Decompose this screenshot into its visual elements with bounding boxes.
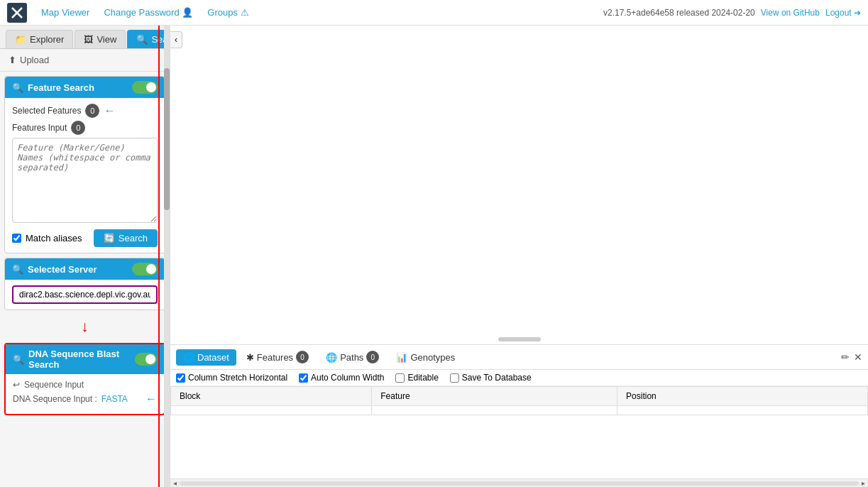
column-stretch-checkbox[interactable]: [176, 373, 185, 383]
features-icon: ✱: [246, 352, 254, 363]
logout-link[interactable]: Logout ➔: [825, 8, 861, 18]
col-position-filter[interactable]: [617, 406, 868, 415]
dna-blast-panel: 🔍 DNA Sequence Blast Search ↩ Sequence I…: [4, 343, 165, 415]
auto-column-checkbox[interactable]: [299, 373, 308, 383]
match-aliases-checkbox[interactable]: [12, 234, 21, 243]
tab-actions: ✏ ✕: [841, 351, 862, 363]
selected-server-header: 🔍 Selected Server: [5, 258, 165, 280]
tab-explorer[interactable]: 📁 Explorer: [6, 30, 73, 48]
feature-search-panel: 🔍 Feature Search Selected Features 0 ← F…: [4, 76, 165, 253]
editable-option[interactable]: Editable: [395, 373, 438, 383]
col-block-filter[interactable]: [171, 406, 372, 415]
h-scrollbar-track: [180, 481, 859, 486]
feature-search-toggle[interactable]: [132, 81, 158, 94]
fasta-link[interactable]: FASTA: [101, 394, 128, 404]
server-input[interactable]: [12, 285, 158, 304]
dna-blast-toggle[interactable]: [135, 353, 157, 366]
edit-icon-button[interactable]: ✏: [841, 351, 850, 363]
sequence-input-row: ↩ Sequence Input: [13, 380, 157, 390]
tab-dataset[interactable]: 🌐 Dataset: [176, 349, 236, 366]
feature-search-header: 🔍 Feature Search: [5, 77, 165, 98]
genotypes-icon: 📊: [396, 352, 407, 363]
scroll-left-btn[interactable]: ◂: [173, 479, 177, 487]
tab-genotypes[interactable]: 📊 Genotypes: [389, 349, 462, 366]
top-nav: Map Viewer Change Password 👤 Groups ⚠ v2…: [0, 0, 868, 26]
features-textarea[interactable]: [12, 138, 158, 223]
col-feature: Feature: [372, 387, 617, 406]
dna-icon: 🔍: [13, 354, 24, 365]
dna-blast-body: ↩ Sequence Input DNA Sequence Input : FA…: [6, 374, 164, 414]
main-layout: 📁 Explorer 🖼 View 🔍 Search ⬆ Upload 🔍 Fe…: [0, 26, 868, 487]
upload-button[interactable]: ⬆ Upload: [0, 49, 170, 72]
editable-checkbox[interactable]: [395, 373, 405, 383]
sequence-input-icon: ↩: [13, 380, 20, 390]
save-to-db-option[interactable]: Save To Database: [450, 373, 532, 383]
h-scrollbar[interactable]: ◂ ▸: [170, 478, 868, 487]
down-arrow: ↓: [0, 314, 170, 339]
features-input-row: Features Input 0: [12, 121, 158, 135]
feature-search-body: Selected Features 0 ← Features Input 0 M…: [5, 98, 165, 253]
main-content: ‹ 🌐 Dataset ✱ Features 0 🌐 Paths 0: [170, 26, 868, 487]
sidebar-scrollbar[interactable]: [164, 26, 170, 487]
search-icon: 🔍: [12, 82, 23, 93]
selected-server-body: [5, 280, 165, 310]
scroll-right-btn[interactable]: ▸: [862, 479, 865, 487]
col-block: Block: [171, 387, 372, 406]
col-feature-filter[interactable]: [372, 406, 617, 415]
tab-paths[interactable]: 🌐 Paths 0: [319, 348, 386, 366]
selected-features-row: Selected Features 0 ←: [12, 104, 158, 118]
col-position: Position: [617, 387, 868, 406]
dna-sequence-arrow[interactable]: ←: [145, 393, 157, 405]
auto-column-option[interactable]: Auto Column Width: [299, 373, 384, 383]
table-area: Block Feature Position: [170, 386, 868, 478]
tab-features[interactable]: ✱ Features 0: [239, 348, 316, 366]
groups-link[interactable]: Groups ⚠: [207, 7, 248, 18]
column-stretch-option[interactable]: Column Stretch Horizontal: [176, 373, 287, 383]
refresh-icon: 🔄: [104, 233, 115, 244]
change-password-link[interactable]: Change Password 👤: [104, 7, 193, 18]
upload-icon: ⬆: [9, 55, 16, 65]
drag-handle[interactable]: [498, 337, 541, 341]
dna-sequence-row: DNA Sequence Input : FASTA ←: [13, 393, 157, 405]
github-link[interactable]: View on GitHub: [761, 8, 820, 18]
search-button[interactable]: 🔄 Search: [94, 229, 158, 247]
selected-features-badge: 0: [85, 104, 99, 118]
dataset-icon: 🌐: [183, 352, 194, 363]
match-aliases-row: Match aliases 🔄 Search: [12, 229, 158, 247]
server-icon: 🔍: [12, 264, 23, 275]
sidebar-scrollbar-thumb: [164, 68, 170, 210]
version-info: v2.17.5+ade64e58 released 2024-02-20 Vie…: [603, 8, 861, 18]
bottom-panel: 🌐 Dataset ✱ Features 0 🌐 Paths 0 📊 Genot…: [170, 345, 868, 487]
selected-features-arrow[interactable]: ←: [104, 104, 115, 117]
save-to-db-checkbox[interactable]: [450, 373, 459, 383]
selected-server-toggle[interactable]: [132, 263, 158, 275]
bottom-tab-bar: 🌐 Dataset ✱ Features 0 🌐 Paths 0 📊 Genot…: [170, 345, 868, 370]
map-area: ‹: [170, 26, 868, 345]
selected-server-panel: 🔍 Selected Server: [4, 258, 165, 310]
paths-icon: 🌐: [326, 352, 337, 363]
features-input-badge: 0: [71, 121, 85, 135]
dna-blast-header: 🔍 DNA Sequence Blast Search: [6, 344, 164, 374]
logo[interactable]: [7, 3, 27, 23]
table-options-row: Column Stretch Horizontal Auto Column Wi…: [170, 370, 868, 386]
sidebar-tab-bar: 📁 Explorer 🖼 View 🔍 Search: [0, 26, 170, 49]
tab-view[interactable]: 🖼 View: [75, 30, 126, 48]
sidebar: 📁 Explorer 🖼 View 🔍 Search ⬆ Upload 🔍 Fe…: [0, 26, 170, 487]
close-icon-button[interactable]: ✕: [854, 351, 862, 363]
collapse-sidebar-button[interactable]: ‹: [170, 31, 182, 48]
map-viewer-link[interactable]: Map Viewer: [41, 7, 89, 18]
data-table: Block Feature Position: [170, 386, 868, 415]
